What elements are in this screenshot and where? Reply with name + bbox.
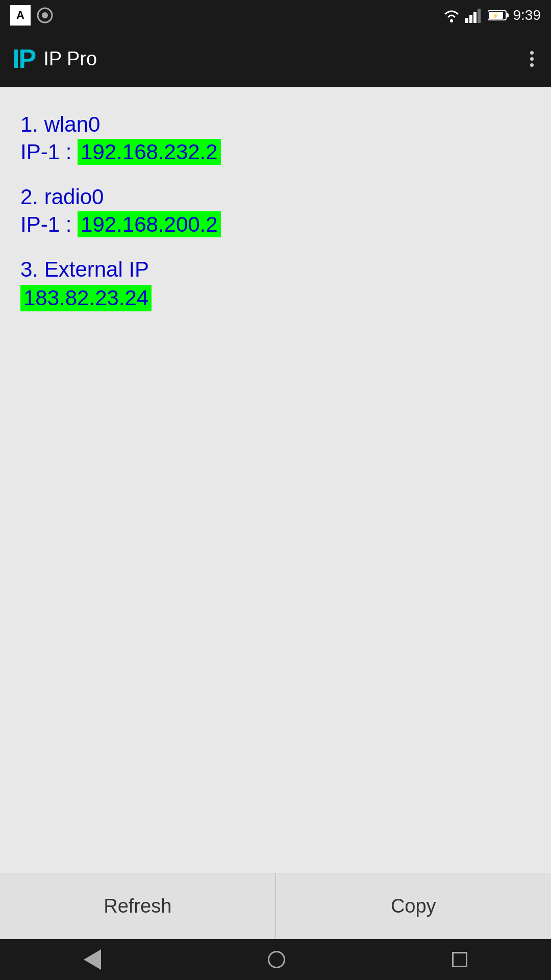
network-section-1: 1. wlan0 IP-1 : 192.168.232.2 [20, 112, 531, 164]
home-button[interactable] [253, 946, 300, 973]
bottom-buttons: Refresh Copy [0, 873, 551, 939]
external-ip-section: 3. External IP 183.82.23.24 [20, 257, 531, 311]
external-index: 3. [20, 257, 44, 281]
signal-icon [465, 8, 484, 23]
recent-button[interactable] [437, 947, 483, 972]
content-area: 1. wlan0 IP-1 : 192.168.232.2 2. radio0 … [0, 87, 551, 873]
back-icon [84, 949, 101, 970]
dot3 [530, 63, 534, 67]
ip-row-2: IP-1 : 192.168.200.2 [20, 212, 531, 237]
svg-rect-4 [469, 15, 472, 23]
svg-point-1 [42, 12, 48, 18]
svg-rect-3 [465, 18, 468, 23]
svg-rect-5 [473, 12, 477, 23]
status-bar: A ⚡ 9:39 [0, 0, 551, 31]
app-bar-left: IP IP Pro [12, 43, 97, 74]
svg-point-2 [450, 19, 453, 22]
dot1 [530, 51, 534, 55]
copy-button[interactable]: Copy [276, 873, 552, 939]
network-name-2: 2. radio0 [20, 185, 531, 209]
svg-text:⚡: ⚡ [492, 12, 499, 19]
wifi-icon [442, 8, 461, 23]
ip-label-1: IP-1 : [20, 140, 78, 164]
network-iface-1: wlan0 [44, 112, 101, 136]
external-ip-label: 3. External IP [20, 257, 531, 282]
notification-a-icon: A [10, 5, 31, 26]
external-label-text: External IP [44, 257, 149, 281]
refresh-button[interactable]: Refresh [0, 873, 276, 939]
ip-address-1: 192.168.232.2 [78, 139, 221, 165]
notification-dot-icon [36, 6, 54, 24]
network-iface-2: radio0 [44, 185, 104, 209]
home-icon [268, 951, 285, 968]
ip-row-1: IP-1 : 192.168.232.2 [20, 140, 531, 164]
ip-label-2: IP-1 : [20, 212, 78, 236]
network-index-2: 2. [20, 185, 44, 209]
ip-address-2: 192.168.200.2 [78, 211, 221, 237]
network-section-2: 2. radio0 IP-1 : 192.168.200.2 [20, 185, 531, 237]
battery-icon: ⚡ [488, 9, 509, 21]
recent-icon [452, 952, 467, 967]
nav-bar [0, 939, 551, 980]
svg-rect-6 [478, 9, 481, 23]
app-title: IP Pro [43, 48, 97, 70]
status-time: 9:39 [513, 7, 541, 23]
network-index-1: 1. [20, 112, 44, 136]
overflow-menu-button[interactable] [525, 46, 539, 72]
status-bar-left: A [10, 5, 54, 26]
back-button[interactable] [68, 944, 116, 975]
svg-rect-8 [506, 13, 509, 17]
network-name-1: 1. wlan0 [20, 112, 531, 137]
dot2 [530, 57, 534, 61]
app-logo: IP [12, 43, 35, 74]
app-bar: IP IP Pro [0, 31, 551, 87]
status-bar-right: ⚡ 9:39 [442, 7, 541, 23]
external-ip-address: 183.82.23.24 [20, 285, 152, 311]
